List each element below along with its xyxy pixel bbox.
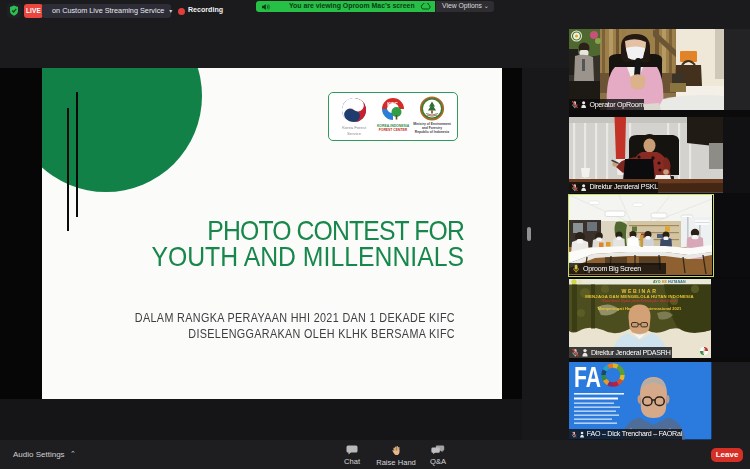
svg-text:MENJAGA DAN MENGELOLA HUTAN IN: MENJAGA DAN MENGELOLA HUTAN INDONESIA	[585, 294, 694, 299]
svg-text:KOREA-INDONESIA: KOREA-INDONESIA	[376, 123, 409, 127]
svg-text:FA: FA	[574, 362, 601, 393]
svg-text:Korea Forest: Korea Forest	[341, 125, 366, 130]
svg-text:Republic of Indonesia: Republic of Indonesia	[414, 130, 448, 134]
svg-text:HUTANAN: HUTANAN	[668, 280, 686, 284]
svg-text:KIFC: KIFC	[387, 102, 398, 107]
svg-text:KE: KE	[662, 280, 668, 284]
svg-text:AYO: AYO	[653, 280, 661, 284]
svg-text:FOREST CENTER: FOREST CENTER	[378, 128, 407, 132]
svg-text:“Kontribusi Nyata pada Kehidup: “Kontribusi Nyata pada Kehidupan dan Dun…	[601, 299, 679, 303]
svg-text:Service: Service	[347, 131, 362, 136]
